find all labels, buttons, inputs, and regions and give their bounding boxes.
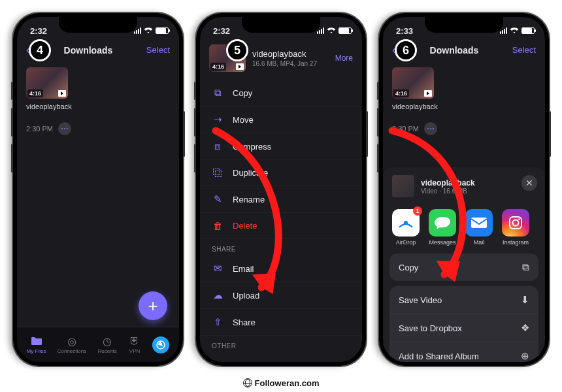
messages-icon xyxy=(429,209,456,237)
select-button[interactable]: Select xyxy=(146,45,170,55)
upload-icon: ☁ xyxy=(212,289,223,301)
instagram-icon xyxy=(502,209,529,237)
app-instagram[interactable]: Instagram xyxy=(502,209,529,246)
tab-vpn[interactable]: ⛨ VPN xyxy=(128,335,141,354)
action-save-video[interactable]: Save Video⬇ xyxy=(389,286,538,314)
wifi-icon xyxy=(144,26,153,36)
move-icon: ⇢ xyxy=(212,114,223,125)
add-button[interactable]: + xyxy=(139,291,167,320)
status-time: 2:33 xyxy=(396,26,413,36)
rename-icon: ✎ xyxy=(212,193,223,205)
airdrop-icon: 1 xyxy=(392,209,420,237)
action-list-2: Save Video⬇ Save to Dropbox❖ Add to Shar… xyxy=(389,286,538,362)
more-button[interactable]: More xyxy=(335,54,353,63)
menu-share[interactable]: ⇧Share xyxy=(200,309,362,336)
download-icon: ⬇ xyxy=(521,294,529,306)
file-options-button[interactable]: ⋯ xyxy=(424,122,437,135)
share-file-name: videoplayback xyxy=(421,178,475,188)
video-icon xyxy=(424,90,432,97)
menu-upload[interactable]: ☁Upload xyxy=(200,282,362,309)
notch xyxy=(425,17,503,33)
clock-icon: ◷ xyxy=(101,335,114,347)
file-name: videoplayback xyxy=(26,103,179,110)
file-options-button[interactable]: ⋯ xyxy=(58,122,71,135)
share-file-sub: Video · 16.6 MB xyxy=(421,188,475,195)
action-list: Copy⧉ xyxy=(389,253,538,281)
tab-bar: My Files ◎ Connections ◷ Recents ⛨ VPN xyxy=(17,327,179,362)
compress-icon: ⧈ xyxy=(212,140,223,152)
tab-label: My Files xyxy=(27,348,46,354)
svg-point-5 xyxy=(518,218,520,220)
page-title: Downloads xyxy=(430,45,479,56)
email-icon: ✉ xyxy=(212,263,223,274)
file-header: 4:16 videoplayback 16.6 MB, MP4, Jan 27 … xyxy=(200,38,362,78)
connections-icon: ◎ xyxy=(65,335,78,347)
step-badge-5: 5 xyxy=(226,39,248,61)
dropbox-icon: ❖ xyxy=(521,322,529,334)
menu-rename[interactable]: ✎Rename xyxy=(200,186,362,213)
share-sheet: videoplayback Video · 16.6 MB ✕ 1 AirDro… xyxy=(383,167,545,362)
video-icon xyxy=(58,90,66,97)
video-icon xyxy=(236,63,244,70)
tag-icon: 🏷 xyxy=(212,359,223,362)
file-thumbnail[interactable]: 4:16 xyxy=(392,67,434,99)
video-duration: 4:16 xyxy=(27,90,43,97)
app-label: Mail xyxy=(474,239,485,246)
action-save-dropbox[interactable]: Save to Dropbox❖ xyxy=(389,314,538,342)
footer-credit: Followeran.com xyxy=(0,378,562,388)
phone-step-5: 2:32 4:16 videoplayback 16.6 MB, MP4, Ja… xyxy=(196,13,366,366)
globe-icon xyxy=(243,378,252,387)
tab-connections[interactable]: ◎ Connections xyxy=(58,335,86,354)
battery-icon xyxy=(339,27,352,34)
menu-header-other: OTHER xyxy=(200,336,362,352)
file-meta: 16.6 MB, MP4, Jan 27 xyxy=(252,60,329,67)
share-thumbnail xyxy=(392,175,414,197)
page-title: Downloads xyxy=(64,45,113,56)
step-badge-6: 6 xyxy=(395,39,417,61)
menu-email[interactable]: ✉Email xyxy=(200,255,362,282)
app-messages[interactable]: Messages xyxy=(429,209,456,246)
step-badge-4: 4 xyxy=(29,39,51,61)
phone-step-4: 2:32 ‹ Downloads Select 4:16 videoplayba… xyxy=(13,13,183,366)
mail-icon xyxy=(465,209,493,237)
menu-move[interactable]: ⇢Move xyxy=(200,106,362,133)
battery-icon xyxy=(156,27,169,34)
tab-label: Recents xyxy=(97,348,116,354)
svg-rect-2 xyxy=(471,218,487,228)
menu-copy[interactable]: ⧉Copy xyxy=(200,80,362,106)
menu-color-tag[interactable]: 🏷Mark With Color Tag xyxy=(200,352,362,362)
copy-icon: ⧉ xyxy=(522,261,529,273)
menu-delete[interactable]: 🗑Delete xyxy=(200,213,362,239)
app-label: Instagram xyxy=(503,239,529,246)
tab-my-files[interactable]: My Files xyxy=(27,335,46,354)
tab-recents[interactable]: ◷ Recents xyxy=(97,335,116,354)
app-airdrop[interactable]: 1 AirDrop xyxy=(392,209,420,246)
file-name: videoplayback xyxy=(252,49,329,59)
app-label: AirDrop xyxy=(396,239,416,246)
wifi-icon xyxy=(510,26,519,36)
notch xyxy=(242,17,320,33)
menu-duplicate[interactable]: ⿻Duplicate xyxy=(200,160,362,186)
action-copy[interactable]: Copy⧉ xyxy=(389,253,538,281)
phone-step-6: 2:33 ‹ Downloads Select 4:16 videoplayba… xyxy=(379,13,549,366)
select-button[interactable]: Select xyxy=(512,45,536,55)
menu-header-share: SHARE xyxy=(200,239,362,255)
album-icon: ⊕ xyxy=(521,350,529,362)
context-menu: ⧉Copy ⇢Move ⧈Compress ⿻Duplicate ✎Rename… xyxy=(200,78,362,362)
wifi-icon xyxy=(327,26,336,36)
file-name: videoplayback xyxy=(392,103,545,110)
app-mail[interactable]: Mail xyxy=(465,209,493,246)
notch xyxy=(59,17,137,33)
file-time: 2:30 PM xyxy=(392,125,419,133)
file-time: 2:30 PM xyxy=(26,125,53,133)
app-label: Messages xyxy=(429,239,455,246)
menu-compress[interactable]: ⧈Compress xyxy=(200,133,362,160)
svg-point-4 xyxy=(513,220,519,226)
video-duration: 4:16 xyxy=(393,90,409,97)
trash-icon: 🗑 xyxy=(212,220,223,231)
folder-icon xyxy=(30,335,43,347)
browser-button[interactable] xyxy=(152,336,169,353)
close-button[interactable]: ✕ xyxy=(521,175,537,191)
file-thumbnail[interactable]: 4:16 xyxy=(26,67,68,99)
action-shared-album[interactable]: Add to Shared Album⊕ xyxy=(389,342,538,362)
